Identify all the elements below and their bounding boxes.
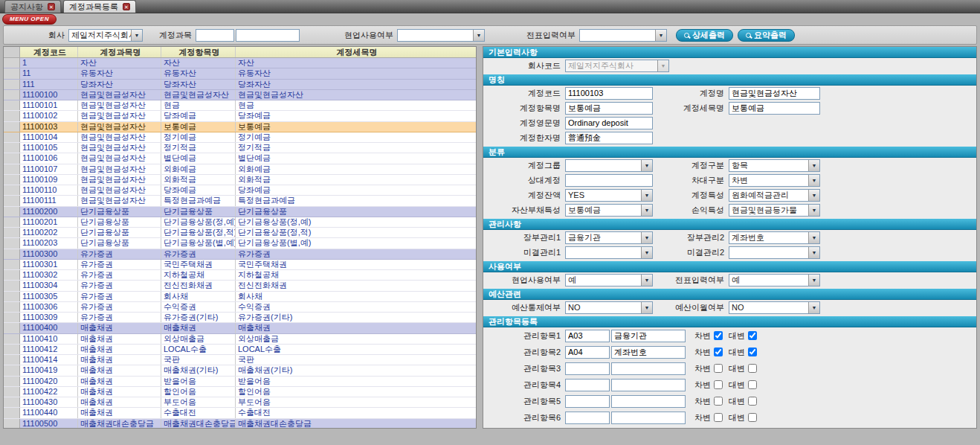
open2-select[interactable]: ▼: [729, 246, 820, 259]
table-row[interactable]: 111당좌자산당좌자산당좌자산: [4, 80, 476, 90]
col-header-name[interactable]: 계정과목명: [78, 47, 161, 57]
table-row[interactable]: 11100106현금및현금성자산별단예금별단예금: [4, 153, 476, 164]
credit-checkbox[interactable]: [748, 364, 757, 373]
table-row[interactable]: 11100419매출채권매출채권(기타)매출채권(기타): [4, 365, 476, 376]
table-row[interactable]: 11100104현금및현금성자산정기예금정기예금: [4, 132, 476, 143]
book1-select[interactable]: 금융기관 ▼: [565, 231, 653, 244]
mgmt-item-code-input[interactable]: [565, 379, 610, 391]
table-row[interactable]: 11100203단기금융상품단기금융상품(별,예)단기금융상품(별,예): [4, 238, 476, 249]
table-row[interactable]: 11유동자산유동자산유동자산: [4, 68, 476, 79]
credit-checkbox[interactable]: [748, 397, 757, 406]
asset-trait-select[interactable]: 보통예금 ▼: [565, 204, 653, 217]
acct-kind-select[interactable]: 항목 ▼: [729, 159, 820, 172]
table-row[interactable]: 11100304유가증권전신전화채권전신전화채권: [4, 281, 476, 291]
debit-checkbox[interactable]: [714, 413, 723, 422]
credit-checkbox[interactable]: [748, 380, 757, 389]
open1-select[interactable]: ▼: [565, 246, 653, 259]
acct-group-select[interactable]: ▼: [565, 159, 653, 172]
table-row[interactable]: 11100412매출채권LOCAL수출LOCAL수출: [4, 345, 476, 355]
table-row[interactable]: 11100100현금및현금성자산현금및현금성자산현금및현금성자산: [4, 90, 476, 100]
detail-print-button[interactable]: 상세출력: [676, 29, 733, 42]
table-row[interactable]: 11100500매출채권대손충당금매출채권대손충당금매출채권대손충당금: [4, 419, 476, 429]
table-row[interactable]: 11100306유가증권수익증권수익증권: [4, 302, 476, 313]
acct-name-input[interactable]: [729, 87, 820, 100]
cell-code: 11100304: [20, 281, 78, 290]
table-row[interactable]: 11100309유가증권유가증권(기타)유가증권(기타): [4, 313, 476, 323]
mgmt-item-name-input[interactable]: [611, 379, 686, 391]
account-code-input[interactable]: [196, 29, 234, 42]
contra-account-input[interactable]: [565, 174, 653, 187]
mgmt-item-name-input[interactable]: [611, 346, 686, 359]
balance-select[interactable]: YES ▼: [565, 189, 653, 202]
acct-eng-input[interactable]: [565, 117, 653, 129]
mgmt-item-name-input[interactable]: [611, 330, 686, 342]
book2-select[interactable]: 계좌번호 ▼: [729, 231, 820, 244]
debit-checkbox[interactable]: [714, 348, 723, 356]
company-code-select[interactable]: 제일저지주식회사 ▼: [565, 60, 669, 72]
close-icon[interactable]: ✕: [48, 3, 55, 10]
account-name-input[interactable]: [236, 29, 300, 42]
col-header-code[interactable]: 계정코드: [20, 47, 78, 57]
acct-item-input[interactable]: [565, 102, 653, 115]
credit-checkbox[interactable]: [748, 348, 757, 356]
credit-checkbox[interactable]: [748, 331, 757, 340]
slip-input-select[interactable]: ▼: [579, 29, 667, 42]
table-row[interactable]: 1자산자산자산: [4, 58, 476, 68]
table-row[interactable]: 11100422매출채권할인어음할인어음: [4, 387, 476, 397]
acct-detail-input[interactable]: [729, 102, 820, 115]
table-row[interactable]: 11100111현금및현금성자산특정현금과예금특정현금과예금: [4, 196, 476, 206]
panel-slip-use-select[interactable]: 예 ▼: [729, 274, 820, 286]
tab-notice[interactable]: 공지사항 ✕: [4, 0, 61, 13]
table-row[interactable]: 11100201단기금융상품단기금융상품(정,예)단기금융상품(정,예): [4, 217, 476, 228]
table-row[interactable]: 11100400매출채권매출채권매출채권: [4, 323, 476, 333]
close-icon[interactable]: ✕: [123, 3, 130, 10]
budget-control-select[interactable]: NO ▼: [565, 301, 653, 314]
cell-code: 11100422: [20, 387, 78, 397]
table-row[interactable]: 11100102현금및현금성자산당좌예금당좌예금: [4, 111, 476, 121]
table-row[interactable]: 11100420매출채권받을어음받을어음: [4, 377, 476, 387]
mgmt-item-name-input[interactable]: [611, 412, 686, 424]
mgmt-item-code-input[interactable]: [565, 412, 610, 424]
debit-checkbox[interactable]: [714, 397, 723, 406]
dc-kind-select[interactable]: 차변 ▼: [729, 174, 820, 187]
mgmt-item-code-input[interactable]: [565, 330, 610, 342]
table-row[interactable]: 11100200단기금융상품단기금융상품단기금융상품: [4, 207, 476, 217]
mgmt-item-code-input[interactable]: [565, 346, 610, 359]
mgmt-item-name-input[interactable]: [611, 395, 686, 408]
table-row[interactable]: 11100202단기금융상품단기금융상품(정,적)단기금융상품(정,적): [4, 228, 476, 238]
credit-checkbox[interactable]: [748, 413, 757, 422]
table-row[interactable]: 11100301유가증권국민주택채권국민주택채권: [4, 260, 476, 270]
table-row[interactable]: 11100107현금및현금성자산외화예금외화예금: [4, 164, 476, 175]
panel-field-use-select[interactable]: 예 ▼: [565, 274, 653, 286]
debit-checkbox[interactable]: [714, 380, 723, 389]
trait-select[interactable]: 원화예적금관리 ▼: [729, 189, 820, 202]
table-row[interactable]: 11100101현금및현금성자산현금현금: [4, 100, 476, 111]
table-row[interactable]: 11100302유가증권지하철공채지하철공채: [4, 270, 476, 281]
mgmt-item-code-input[interactable]: [565, 362, 610, 375]
budget-carry-select[interactable]: NO ▼: [729, 301, 820, 314]
table-row[interactable]: 11100103현금및현금성자산보통예금보통예금: [4, 122, 476, 132]
table-row[interactable]: 11100440매출채권수출대전수출대전: [4, 408, 476, 418]
summary-print-button[interactable]: 요약출력: [738, 29, 795, 42]
table-row[interactable]: 11100410매출채권외상매출금외상매출금: [4, 334, 476, 345]
debit-checkbox[interactable]: [714, 364, 723, 373]
pl-trait-select[interactable]: 현금및현금등가물 ▼: [729, 204, 820, 217]
table-row[interactable]: 11100300유가증권유가증권유가증권: [4, 249, 476, 260]
col-header-detail[interactable]: 계정세목명: [236, 47, 476, 57]
debit-checkbox[interactable]: [714, 331, 723, 340]
acct-code-input[interactable]: [565, 87, 653, 100]
table-row[interactable]: 11100110현금및현금성자산당좌예금당좌예금: [4, 185, 476, 196]
table-row[interactable]: 11100105현금및현금성자산정기적금정기적금: [4, 143, 476, 153]
company-select[interactable]: 제일저지주식회사 ▼: [68, 29, 143, 42]
table-row[interactable]: 11100414매출채권국판국판: [4, 355, 476, 365]
table-row[interactable]: 11100305유가증권회사채회사채: [4, 292, 476, 302]
tab-account-registration[interactable]: 계정과목등록 ✕: [63, 0, 136, 13]
mgmt-item-code-input[interactable]: [565, 395, 610, 408]
table-row[interactable]: 11100430매출채권부도어음부도어음: [4, 397, 476, 408]
table-row[interactable]: 11100109현금및현금성자산외화적금외화적금: [4, 175, 476, 185]
field-use-select[interactable]: ▼: [397, 29, 485, 42]
acct-hanja-input[interactable]: [565, 132, 653, 144]
mgmt-item-name-input[interactable]: [611, 362, 686, 375]
menu-open-button[interactable]: MENU OPEN: [2, 14, 57, 25]
col-header-item[interactable]: 계정항목명: [161, 47, 236, 57]
